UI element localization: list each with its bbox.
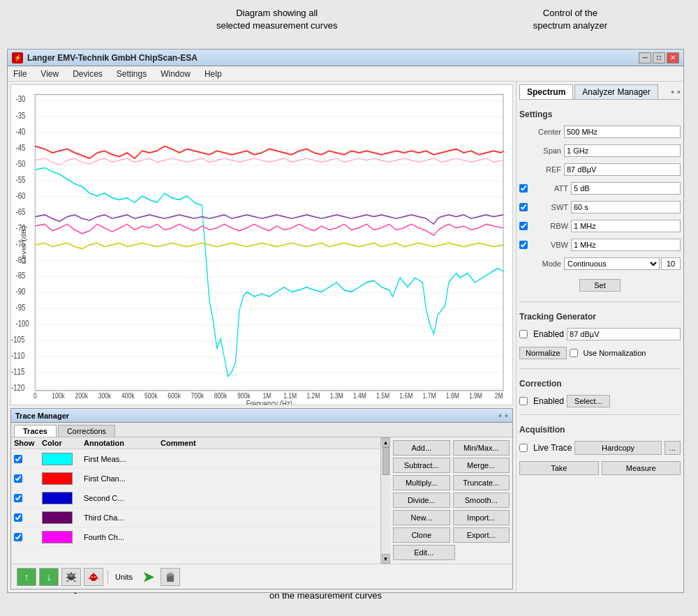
tab-analyzer-manager[interactable]: Analyzer Manager [574,84,658,99]
center-label: Center [519,128,561,136]
scroll-up-arrow[interactable]: ▲ [382,437,390,447]
trace-check-1[interactable] [14,474,42,483]
att-checkbox[interactable] [519,184,528,193]
subtract-button[interactable]: Subtract... [393,458,450,473]
vbw-checkbox[interactable] [519,241,528,249]
rbw-checkbox[interactable] [519,222,528,230]
menu-settings[interactable]: Settings [114,68,149,80]
color-swatch-3[interactable] [42,511,73,524]
truncate-button[interactable]: Truncate... [453,475,510,490]
trace-color-1[interactable] [42,472,84,485]
menu-file[interactable]: File [10,68,29,80]
mode-num-input[interactable] [661,257,681,270]
use-norm-checkbox[interactable] [570,349,578,357]
tab-corrections[interactable]: Corrections [58,425,115,437]
hardcopy-button[interactable]: Hardcopy [574,441,661,455]
trace-name-3: Third Cha... [84,513,161,522]
span-input[interactable] [564,144,681,157]
minimize-button[interactable]: ─ [639,52,651,63]
trace-color-3[interactable] [42,511,84,524]
color-swatch-0[interactable] [42,453,73,465]
att-row: ATT [519,182,681,195]
center-input[interactable] [564,126,681,138]
import-button[interactable]: Import... [453,510,510,525]
move-down-button[interactable]: ↓ [39,568,59,586]
smooth-button[interactable]: Smooth... [453,493,510,508]
swt-input[interactable] [571,201,681,213]
right-panel: Spectrum Analyzer Manager • • Settings C… [516,82,683,592]
close-button[interactable]: ✕ [667,52,679,63]
trace-checkbox-1[interactable] [14,474,22,483]
export-button[interactable]: Export... [453,527,510,543]
multiply-button[interactable]: Multiply... [393,475,450,490]
color-swatch-4[interactable] [42,531,73,543]
add-button[interactable]: Add... [393,440,450,456]
take-button[interactable]: Take [519,461,599,475]
select-button[interactable]: Select... [567,395,610,407]
app-icon: ⚡ [12,52,23,63]
rbw-input[interactable] [571,220,681,232]
trace-manager-tabs: Traces Corrections [11,423,512,437]
units-arrow-button[interactable]: ➤ [138,568,158,586]
list-item: Second C... [11,488,380,508]
trace-checkbox-2[interactable] [14,494,22,502]
correction-row: Enabled Select... [519,395,681,407]
trace-checkbox-3[interactable] [14,513,22,522]
menu-view[interactable]: View [38,68,61,80]
bug2-icon [88,571,99,583]
trace-color-4[interactable] [42,531,84,543]
trace-check-3[interactable] [14,513,42,522]
min-max-button[interactable]: Min/Max... [453,440,510,456]
move-up-button[interactable]: ↑ [17,568,36,586]
menu-window[interactable]: Window [158,68,193,80]
measure-button[interactable]: Measure [602,461,681,475]
svg-text:700k: 700k [191,391,205,400]
trace-color-2[interactable] [42,492,84,504]
hardcopy-dots-button[interactable]: ... [664,441,681,455]
ref-input[interactable] [564,163,681,176]
list-item: First Meas... [11,449,380,469]
svg-line-69 [67,580,68,582]
trace-color-0[interactable] [42,453,84,465]
col-annotation: Annotation [84,439,161,447]
edit-button[interactable]: Edit... [393,545,455,560]
maximize-button[interactable]: □ [653,52,665,63]
trace-check-2[interactable] [14,494,42,502]
tab-spectrum[interactable]: Spectrum [519,84,573,99]
normalize-button[interactable]: Normalize [519,347,567,359]
color-swatch-1[interactable] [42,472,73,485]
clone-button[interactable]: Clone [393,527,450,543]
scroll-down-arrow[interactable]: ▼ [382,554,390,564]
trace-checkbox-0[interactable] [14,455,22,463]
correction-enabled-checkbox[interactable] [519,397,528,405]
menu-devices[interactable]: Devices [70,68,105,80]
tab-traces[interactable]: Traces [14,425,57,437]
trace-checkbox-4[interactable] [14,533,22,541]
bucket-button[interactable] [161,568,180,586]
swt-checkbox[interactable] [519,203,528,211]
tg-value-input[interactable] [567,328,681,340]
set-button[interactable]: Set [579,279,621,292]
mode-select[interactable]: Continuous [564,257,660,270]
scroll-thumb[interactable] [383,447,389,475]
att-input[interactable] [571,182,681,195]
menu-help[interactable]: Help [202,68,225,80]
divide-button[interactable]: Divide... [393,493,450,508]
list-item: First Chan... [11,469,380,488]
color-swatch-2[interactable] [42,492,73,504]
svg-text:0: 0 [34,391,37,400]
trace-check-4[interactable] [14,533,42,541]
span-row: Span [519,144,681,157]
trace-scrollbar[interactable]: ▲ ▼ [380,437,390,564]
scroll-track[interactable] [382,447,390,554]
live-trace-checkbox[interactable] [519,444,528,452]
vbw-input[interactable] [571,239,681,251]
bug2-button[interactable] [84,568,103,586]
svg-text:-95: -95 [15,303,25,312]
bug1-button[interactable] [61,568,81,586]
new-button[interactable]: New... [393,510,450,525]
merge-button[interactable]: Merge... [453,458,510,473]
trace-check-0[interactable] [14,455,42,463]
tg-enabled-checkbox[interactable] [519,330,528,338]
swt-row: SWT [519,201,681,213]
